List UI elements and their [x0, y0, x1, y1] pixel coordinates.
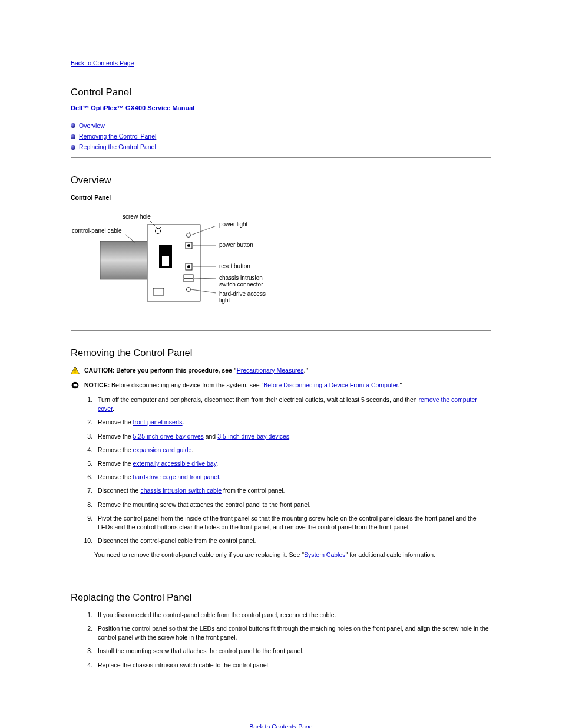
caution-icon — [71, 367, 80, 374]
remove-heading: Removing the Control Panel — [71, 346, 491, 360]
caution-callout: CAUTION: Before you perform this procedu… — [71, 366, 491, 375]
bullet-icon — [71, 145, 75, 150]
back-link-top[interactable]: Back to Contents Page — [71, 59, 134, 68]
replace-step-1: If you disconnected the control-panel ca… — [94, 611, 491, 620]
label-hdd-1: hard-drive access — [219, 291, 266, 297]
svg-point-8 — [187, 265, 190, 268]
toc-replace[interactable]: Replacing the Control Panel — [79, 143, 156, 151]
replace-steps: If you disconnected the control-panel ca… — [71, 611, 491, 670]
label-chassis-1: chassis intrusion — [219, 275, 263, 281]
overview-subheading: Control Panel — [71, 193, 491, 202]
caution-label: CAUTION: Before you perform this procedu… — [84, 367, 237, 374]
divider — [71, 330, 491, 331]
label-hdd-2: light — [219, 297, 230, 304]
svg-rect-3 — [162, 256, 169, 266]
label-power-light: power light — [219, 221, 248, 228]
label-reset-button: reset button — [219, 263, 250, 269]
step-2: Remove the front-panel inserts. — [94, 418, 491, 427]
overview-heading: Overview — [71, 173, 491, 187]
toc-remove[interactable]: Removing the Control Panel — [79, 132, 156, 141]
replace-heading: Replacing the Control Panel — [71, 591, 491, 605]
table-of-contents: Overview Removing the Control Panel Repl… — [71, 121, 491, 152]
notice-tail: ." — [398, 381, 402, 388]
notice-callout: NOTICE: Before disconnecting any device … — [71, 381, 491, 390]
control-panel-diagram: screw hole control-panel cable power lig… — [71, 209, 491, 315]
step3-link2[interactable]: 3.5-inch drive-bay devices — [217, 433, 289, 440]
step-4: Remove the expansion card guide. — [94, 446, 491, 454]
notice-label: NOTICE: — [84, 381, 110, 388]
label-cable: control-panel cable — [72, 228, 122, 234]
svg-point-6 — [187, 244, 190, 247]
divider — [71, 575, 491, 575]
step-7: Disconnect the chassis intrusion switch … — [94, 486, 491, 495]
bullet-icon — [71, 123, 75, 128]
divider — [71, 157, 491, 158]
step-10: Disconnect the control-panel cable from … — [94, 536, 491, 545]
notice-link[interactable]: Before Disconnecting a Device From a Com… — [263, 381, 398, 388]
step-3: Remove the 5.25-inch drive-bay drives an… — [94, 432, 491, 441]
step-5: Remove the externally accessible drive b… — [94, 459, 491, 468]
step-6: Remove the hard-drive cage and front pan… — [94, 473, 491, 482]
replace-step-4: Replace the chassis intrusion switch cab… — [94, 661, 491, 670]
step-9: Pivot the control panel from the inside … — [94, 514, 491, 532]
step-1: Turn off the computer and peripherals, d… — [94, 396, 491, 413]
svg-rect-22 — [75, 372, 75, 373]
label-power-button: power button — [219, 242, 253, 248]
label-chassis-2: switch connector — [219, 281, 263, 288]
remove-steps: Turn off the computer and peripherals, d… — [71, 396, 491, 546]
caution-link[interactable]: Precautionary Measures — [237, 367, 304, 374]
notice-pre: Before disconnecting any device from the… — [110, 381, 263, 388]
replace-step-3: Install the mounting screw that attaches… — [94, 647, 491, 655]
step2-link[interactable]: front-panel inserts — [133, 419, 183, 426]
step6-link[interactable]: hard-drive cage and front panel — [133, 473, 219, 480]
caution-tail: ." — [304, 367, 308, 374]
step-8: Remove the mounting screw that attaches … — [94, 500, 491, 509]
note-link[interactable]: System Cables — [304, 551, 346, 558]
svg-rect-21 — [75, 368, 75, 371]
toc-overview[interactable]: Overview — [79, 121, 105, 130]
replace-step-2: Position the control panel so that the L… — [94, 624, 491, 642]
remove-note: You need to remove the control-panel cab… — [94, 551, 491, 559]
step4-link[interactable]: expansion card guide — [133, 446, 192, 453]
step5-link[interactable]: externally accessible drive bay — [133, 460, 217, 467]
notice-icon — [71, 381, 80, 389]
step7-link[interactable]: chassis intrusion switch cable — [140, 487, 222, 494]
bullet-icon — [71, 134, 75, 139]
step3-link1[interactable]: 5.25-inch drive-bay drives — [133, 433, 204, 440]
back-link-bottom[interactable]: Back to Contents Page — [249, 723, 312, 728]
manual-title: Dell™ OptiPlex™ GX400 Service Manual — [71, 104, 491, 113]
label-screw-hole: screw hole — [123, 213, 151, 220]
page-title: Control Panel — [71, 85, 491, 100]
